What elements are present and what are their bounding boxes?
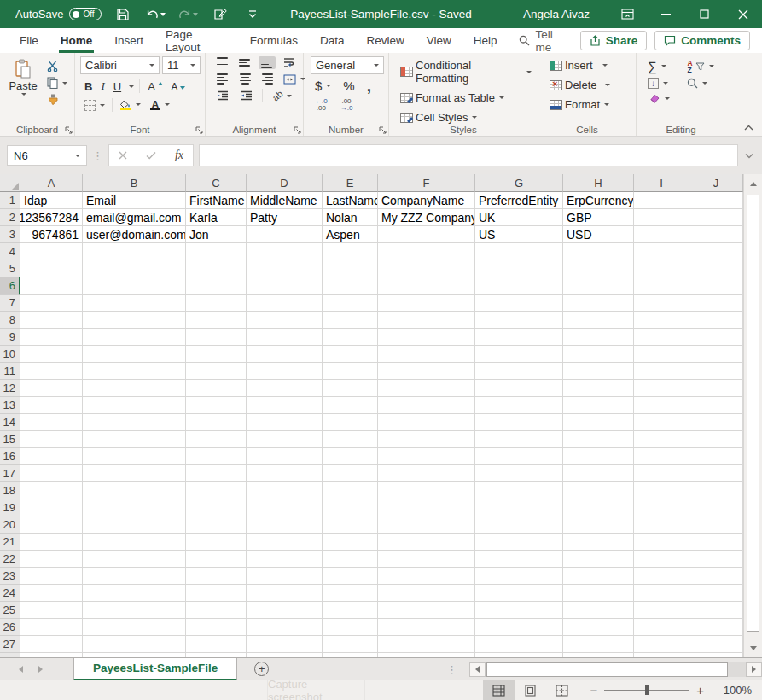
tell-me-box[interactable]: Tell me — [509, 28, 580, 54]
cell-D21[interactable] — [247, 534, 323, 551]
cell-J5[interactable] — [689, 260, 743, 277]
wrap-text-button[interactable] — [281, 56, 298, 69]
accounting-format-button[interactable]: $ — [312, 78, 334, 94]
cell-B26[interactable] — [83, 619, 186, 636]
row-header-7[interactable]: 7 — [0, 295, 20, 312]
cell-A3[interactable]: 9674861 — [20, 226, 83, 243]
cell-D6[interactable] — [247, 277, 323, 295]
zoom-in-icon[interactable]: + — [696, 683, 704, 697]
tab-file[interactable]: File — [9, 28, 49, 53]
increase-indent-button[interactable] — [238, 90, 255, 102]
cell-G21[interactable] — [475, 534, 563, 551]
cell-C9[interactable] — [186, 329, 247, 346]
cell-J14[interactable] — [689, 414, 743, 431]
italic-button[interactable]: I — [98, 79, 107, 94]
middle-align-button[interactable] — [236, 56, 253, 69]
align-left-button[interactable] — [214, 73, 231, 85]
cell-C26[interactable] — [186, 619, 247, 636]
cell-A17[interactable] — [20, 465, 83, 482]
cell-G13[interactable] — [475, 397, 563, 414]
row-header-9[interactable]: 9 — [0, 329, 20, 346]
select-all-corner[interactable] — [0, 174, 20, 192]
cell-F25[interactable] — [378, 602, 475, 619]
cell-G22[interactable] — [475, 551, 563, 568]
cell-F11[interactable] — [378, 363, 475, 380]
enter-icon[interactable] — [146, 151, 156, 160]
vertical-scroll-thumb[interactable] — [747, 195, 759, 632]
fill-color-button[interactable] — [117, 99, 143, 111]
cell-D27[interactable] — [247, 636, 323, 653]
shrink-font-button[interactable]: A — [169, 80, 188, 92]
cell-G10[interactable] — [475, 346, 563, 363]
cell-C21[interactable] — [186, 534, 247, 551]
cell-I25[interactable] — [634, 602, 689, 619]
increase-decimal-button[interactable]: ←.0.00 — [312, 97, 330, 112]
cell-B15[interactable] — [83, 431, 186, 448]
number-dialog-launcher[interactable] — [379, 126, 387, 134]
cell-A1[interactable]: Idap — [20, 192, 83, 209]
cell-F9[interactable] — [378, 329, 475, 346]
cell-A11[interactable] — [20, 363, 83, 380]
cell-F24[interactable] — [378, 585, 475, 602]
cell-F6[interactable] — [378, 277, 475, 295]
font-color-button[interactable]: A — [148, 99, 172, 111]
cell-B6[interactable] — [83, 277, 186, 295]
format-cells-button[interactable]: Format — [547, 97, 632, 112]
cell-B2[interactable]: email@gmail.com — [83, 209, 186, 226]
alignment-dialog-launcher[interactable] — [294, 126, 301, 134]
cell-I5[interactable] — [634, 260, 689, 277]
cell-D23[interactable] — [247, 568, 323, 585]
font-name-select[interactable]: Calibri — [80, 56, 160, 74]
cell-D4[interactable] — [247, 243, 323, 260]
cell-A5[interactable] — [20, 260, 83, 277]
cell-E13[interactable] — [323, 397, 378, 414]
cell-J9[interactable] — [689, 329, 743, 346]
cell-I18[interactable] — [634, 482, 689, 499]
cell-C7[interactable] — [186, 295, 247, 312]
cell-E16[interactable] — [323, 448, 378, 465]
cell-D13[interactable] — [247, 397, 323, 414]
grow-font-button[interactable]: A — [145, 79, 166, 94]
formula-bar-splitter[interactable]: ⋮ — [92, 149, 103, 162]
collapse-ribbon-icon[interactable] — [744, 125, 753, 131]
cell-F18[interactable] — [378, 482, 475, 499]
cell-H5[interactable] — [563, 260, 634, 277]
cell-C5[interactable] — [186, 260, 247, 277]
cell-F27[interactable] — [378, 636, 475, 653]
cell-I14[interactable] — [634, 414, 689, 431]
cell-I27[interactable] — [634, 636, 689, 653]
cell-F12[interactable] — [378, 380, 475, 397]
cell-H13[interactable] — [563, 397, 634, 414]
cell-J7[interactable] — [689, 295, 743, 312]
cell-B13[interactable] — [83, 397, 186, 414]
cell-J1[interactable] — [689, 192, 743, 209]
row-header-15[interactable]: 15 — [0, 431, 20, 448]
column-header-D[interactable]: D — [247, 174, 323, 192]
cell-E5[interactable] — [323, 260, 378, 277]
cell-C18[interactable] — [186, 482, 247, 499]
cell-F26[interactable] — [378, 619, 475, 636]
cell-J20[interactable] — [689, 516, 743, 534]
cell-E24[interactable] — [323, 585, 378, 602]
cell-G14[interactable] — [475, 414, 563, 431]
tab-formulas[interactable]: Formulas — [239, 28, 309, 53]
cell-G6[interactable] — [475, 277, 563, 295]
tab-help[interactable]: Help — [462, 28, 509, 53]
bold-button[interactable]: B — [82, 79, 95, 94]
insert-function-icon[interactable]: fx — [175, 149, 183, 162]
cell-I10[interactable] — [634, 346, 689, 363]
column-header-E[interactable]: E — [323, 174, 378, 192]
cell-A2[interactable]: 123567284 — [20, 209, 83, 226]
cell-C8[interactable] — [186, 312, 247, 329]
name-box[interactable]: N6 — [7, 145, 87, 166]
column-header-I[interactable]: I — [634, 174, 689, 192]
cell-F19[interactable] — [378, 499, 475, 516]
cell-H1[interactable]: ErpCurrency — [563, 192, 634, 209]
row-header-22[interactable]: 22 — [0, 551, 20, 568]
cell-G4[interactable] — [475, 243, 563, 260]
clipboard-dialog-launcher[interactable] — [65, 126, 73, 134]
cell-J21[interactable] — [689, 534, 743, 551]
cell-D12[interactable] — [247, 380, 323, 397]
comma-style-button[interactable]: , — [364, 81, 374, 91]
row-header-23[interactable]: 23 — [0, 568, 20, 585]
